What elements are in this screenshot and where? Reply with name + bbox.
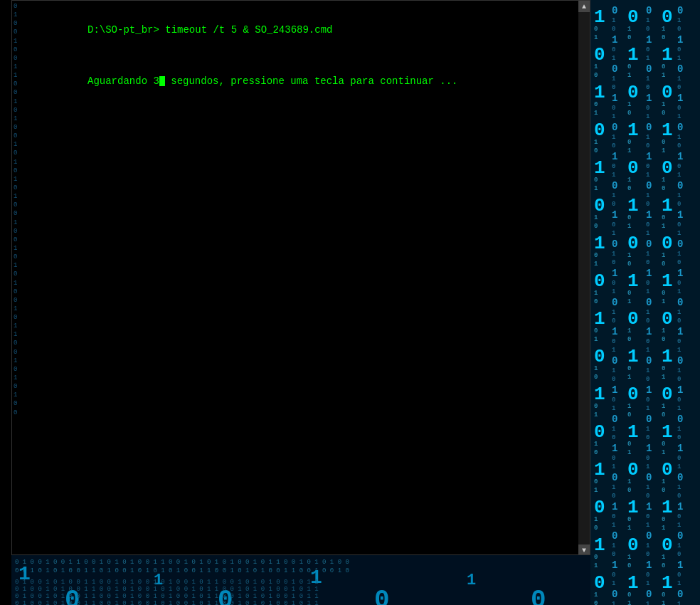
left-binary-column: 0 1 0 0 1 0 0 1 1 0 0 1 0 1 0 0 1 0 1 0 … — [12, 1, 25, 555]
terminal-output-line: Aguardando 3 segundos, pressione uma tec… — [28, 57, 583, 105]
terminal-cursor — [159, 76, 165, 86]
terminal-scrollbar[interactable]: ▲ ▼ — [578, 1, 590, 555]
output-text-2: segundos, pressione uma tecla para conti… — [165, 75, 458, 87]
bottom-matrix-strip — [11, 555, 602, 605]
scrollbar-track[interactable] — [578, 12, 590, 544]
right-matrix-panel — [590, 0, 700, 605]
terminal-prompt: D:\SO-pt_br> — [88, 24, 165, 36]
terminal-command-line: D:\SO-pt_br> timeout /t 5 & SO_243689.cm… — [28, 6, 583, 54]
scrollbar-up-arrow[interactable]: ▲ — [578, 1, 590, 12]
output-text-1: Aguardando 3 — [88, 75, 159, 87]
terminal-command: timeout /t 5 & SO_243689.cmd — [165, 24, 332, 36]
scrollbar-down-arrow[interactable]: ▼ — [578, 544, 590, 555]
terminal-window[interactable]: 0 1 0 0 1 0 0 1 1 0 0 1 0 1 0 0 1 0 1 0 … — [11, 0, 590, 555]
